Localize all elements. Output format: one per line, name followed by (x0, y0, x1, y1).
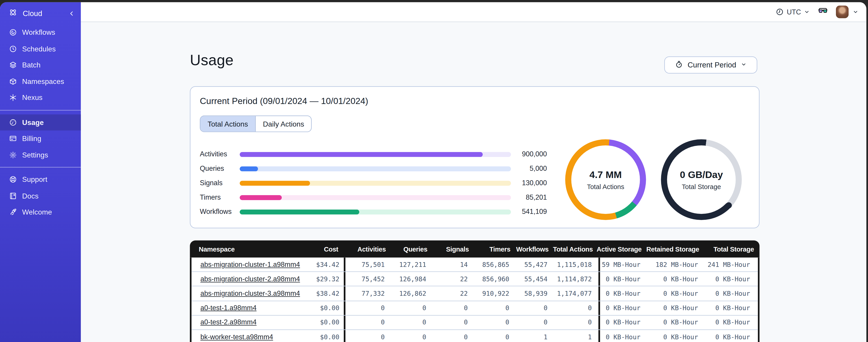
sidebar-item-support[interactable]: Support (0, 171, 81, 188)
value-cell: 0 (391, 330, 433, 342)
column-header-namespace: Namespace (190, 240, 314, 258)
bar-value: 900,000 (511, 150, 547, 158)
avatar[interactable] (836, 6, 848, 18)
value-cell: $0.00 (314, 330, 344, 342)
column-header-retained-storage: Retained Storage (647, 240, 705, 258)
sidebar-nav: WorkflowsSchedulesBatchNamespacesNexusUs… (0, 21, 81, 220)
value-cell: $0.00 (314, 301, 344, 315)
value-cell: 77,332 (344, 286, 392, 301)
column-header-total-storage: Total Storage (705, 240, 760, 258)
namespace-link[interactable]: a0-test-2.a98mm4 (200, 318, 257, 326)
total-actions-donut: 4.7 MM Total Actions (565, 139, 646, 220)
value-cell: 58,939 (516, 286, 554, 301)
main-content: Usage Current Period Current Period (09/… (81, 22, 866, 342)
usage-bar-chart: Activities900,000Queries5,000Signals130,… (200, 147, 547, 219)
bar-value: 5,000 (511, 165, 547, 172)
value-cell: 1 (516, 330, 554, 342)
bar-track (240, 209, 511, 214)
sidebar-item-label: Workflows (22, 28, 55, 37)
period-dropdown-button[interactable]: Current Period (664, 57, 757, 73)
bar-label: Signals (200, 179, 240, 187)
support-icon (9, 175, 17, 184)
value-cell: 0 (474, 315, 516, 329)
sidebar-item-welcome[interactable]: Welcome (0, 204, 81, 220)
bar-track (240, 195, 511, 200)
value-cell: 22 (433, 272, 474, 286)
chevron-down-icon (741, 61, 747, 69)
billing-icon (9, 134, 17, 143)
sidebar-item-label: Namespaces (22, 77, 64, 86)
sidebar: Cloud WorkflowsSchedulesBatchNamespacesN… (0, 2, 81, 342)
table-row: a0-test-2.a98mm4$0.000000000 KB-Hour0 KB… (192, 315, 758, 330)
value-cell: 241 MB-Hour (705, 258, 758, 272)
value-cell: $29.32 (314, 272, 344, 286)
value-cell: 0 (554, 301, 598, 315)
bar-value: 130,000 (511, 179, 547, 187)
namespace-cell: a0-test-2.a98mm4 (192, 315, 314, 329)
nexus-icon (9, 94, 17, 102)
clock-icon (776, 8, 784, 16)
value-cell: 1,114,872 (554, 272, 598, 286)
value-cell: 0 (344, 301, 392, 315)
timezone-label: UTC (787, 8, 801, 16)
table-header: NamespaceCostActivitiesQueriesSignalsTim… (190, 240, 759, 258)
namespace-cell: abs-migration-cluster-1.a98mm4 (192, 258, 314, 272)
value-cell: 59 MB-Hour (598, 258, 647, 272)
value-cell: 0 KB-Hour (647, 330, 705, 342)
namespaces-icon (9, 77, 17, 86)
namespace-cell: bk-worker-test.a98mm4 (192, 330, 314, 342)
brand: Cloud (0, 2, 81, 21)
sidebar-item-billing[interactable]: Billing (0, 130, 81, 147)
value-cell: 1,115,018 (554, 258, 598, 272)
tab-daily-actions[interactable]: Daily Actions (255, 116, 312, 132)
docs-icon (9, 192, 17, 200)
sidebar-collapse-button[interactable] (68, 10, 75, 17)
sidebar-item-workflows[interactable]: Workflows (0, 24, 81, 41)
sidebar-item-batch[interactable]: Batch (0, 57, 81, 73)
namespace-link[interactable]: a0-test-1.a98mm4 (200, 304, 257, 312)
value-cell: 75,452 (344, 272, 392, 286)
value-cell: 1 (554, 330, 598, 342)
value-cell: 22 (433, 286, 474, 301)
sidebar-item-nexus[interactable]: Nexus (0, 90, 81, 106)
namespace-link[interactable]: abs-migration-cluster-3.a98mm4 (200, 290, 300, 297)
value-cell: 0 KB-Hour (647, 272, 705, 286)
labs-glasses-button[interactable] (817, 6, 828, 18)
bar-label: Activities (200, 150, 240, 158)
sidebar-item-settings[interactable]: Settings (0, 147, 81, 163)
app-window: UTC (0, 2, 866, 342)
schedules-icon (9, 45, 17, 53)
value-cell: 0 KB-Hour (647, 301, 705, 315)
actions-tab-group: Total Actions Daily Actions (200, 115, 312, 132)
namespace-link[interactable]: abs-migration-cluster-2.a98mm4 (200, 275, 300, 283)
settings-icon (9, 151, 17, 159)
sidebar-item-usage[interactable]: Usage (0, 114, 81, 130)
user-menu[interactable] (836, 6, 859, 18)
timezone-selector[interactable]: UTC (776, 8, 810, 16)
value-cell: 0 (344, 330, 392, 342)
donut-center: 4.7 MM Total Actions (571, 145, 640, 214)
bar-value: 541,109 (511, 208, 547, 215)
value-cell: 0 KB-Hour (705, 315, 758, 329)
sidebar-item-label: Billing (22, 134, 41, 143)
value-cell: 1,174,077 (554, 286, 598, 301)
namespace-link[interactable]: abs-migration-cluster-1.a98mm4 (200, 261, 300, 269)
sidebar-item-label: Schedules (22, 45, 56, 53)
topbar: UTC (81, 2, 866, 22)
value-cell: 127,211 (391, 258, 433, 272)
sidebar-item-docs[interactable]: Docs (0, 188, 81, 204)
sidebar-item-label: Welcome (22, 208, 52, 216)
total-storage-value: 0 GB/Day (680, 169, 723, 180)
bar-label: Queries (200, 165, 240, 172)
value-cell: 55,454 (516, 272, 554, 286)
namespace-link[interactable]: bk-worker-test.a98mm4 (200, 333, 273, 341)
column-header-cost: Cost (314, 240, 344, 258)
tab-total-actions[interactable]: Total Actions (200, 116, 255, 132)
chevron-down-icon (852, 7, 859, 17)
bar-row-timers: Timers85,201 (200, 190, 547, 205)
table-body: abs-migration-cluster-1.a98mm4$34.4275,5… (190, 258, 759, 342)
sidebar-item-namespaces[interactable]: Namespaces (0, 73, 81, 90)
sidebar-item-schedules[interactable]: Schedules (0, 41, 81, 57)
bar-value: 85,201 (511, 194, 547, 201)
sidebar-item-label: Support (22, 175, 48, 184)
